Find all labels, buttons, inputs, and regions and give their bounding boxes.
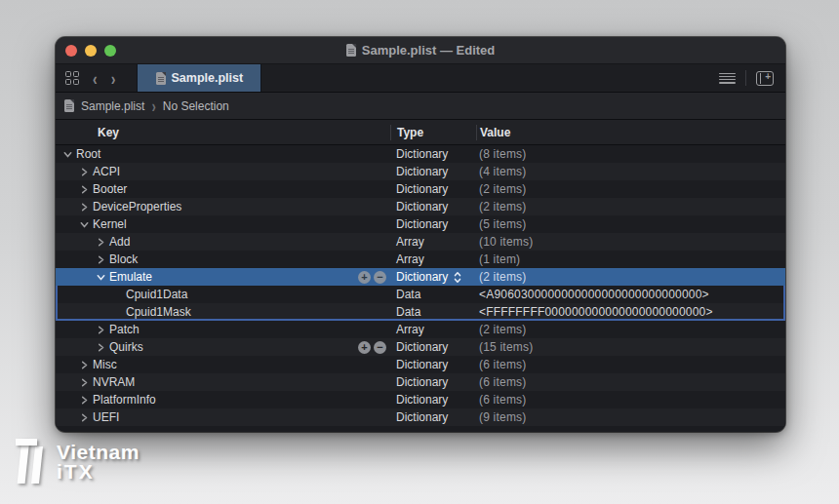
row-key-label: Kernel [93, 217, 127, 231]
watermark: Vietnam iTX [12, 437, 140, 489]
disclosure-triangle-icon[interactable] [76, 396, 93, 405]
row-value[interactable]: (6 items) [476, 356, 785, 373]
table-row-uefi[interactable]: UEFIDictionary(9 items) [56, 408, 785, 426]
disclosure-triangle-icon[interactable] [76, 378, 93, 387]
row-type-label[interactable]: Dictionary [396, 182, 448, 196]
breadcrumb-selection[interactable]: No Selection [163, 99, 229, 113]
row-value[interactable]: <FFFFFFFF000000000000000000000000> [476, 303, 783, 321]
table-row-add[interactable]: AddArray(10 items) [56, 233, 785, 251]
column-header-type[interactable]: Type [390, 125, 476, 140]
table-row-booter[interactable]: BooterDictionary(2 items) [56, 180, 785, 198]
row-key-label: DeviceProperties [93, 200, 181, 213]
table-row-nvram[interactable]: NVRAMDictionary(6 items) [56, 373, 785, 391]
row-value[interactable]: (8 items) [476, 145, 785, 163]
title-bar[interactable]: Sample.plist — Edited [56, 37, 785, 64]
table-row-deviceproperties[interactable]: DevicePropertiesDictionary(2 items) [56, 198, 785, 215]
row-key-label: Quirks [109, 340, 143, 354]
breadcrumb: Sample.plist › No Selection [56, 93, 785, 120]
row-value[interactable]: (9 items) [476, 408, 785, 426]
disclosure-triangle-icon[interactable] [93, 343, 109, 352]
remove-item-button[interactable]: − [374, 271, 386, 284]
disclosure-triangle-icon[interactable] [76, 413, 93, 422]
row-type-label[interactable]: Dictionary [396, 393, 448, 407]
type-stepper-icon[interactable] [454, 271, 461, 284]
table-row-block[interactable]: BlockArray(1 item) [56, 251, 785, 268]
row-type-label[interactable]: Array [396, 252, 424, 266]
row-value[interactable]: (15 items) [476, 338, 785, 356]
close-button[interactable] [65, 45, 77, 57]
row-value[interactable]: (5 items) [476, 215, 785, 233]
remove-item-button[interactable]: − [374, 341, 386, 354]
disclosure-triangle-icon[interactable] [93, 238, 109, 247]
row-type-label[interactable]: Dictionary [396, 270, 448, 284]
breadcrumb-file[interactable]: Sample.plist [81, 99, 144, 113]
table-row-root[interactable]: RootDictionary(8 items) [56, 145, 785, 163]
watermark-line2: iTX [57, 460, 140, 484]
row-key-label: Block [109, 252, 138, 266]
disclosure-triangle-icon[interactable] [93, 326, 109, 334]
row-value[interactable]: (2 items) [476, 198, 785, 215]
table-row-cpuid1mask[interactable]: Cpuid1MaskData<FFFFFFFF00000000000000000… [56, 303, 785, 321]
table-row-kernel[interactable]: KernelDictionary(5 items) [56, 215, 785, 233]
traffic-lights [65, 45, 116, 57]
zoom-button[interactable] [104, 45, 116, 57]
table-row-cpuid1data[interactable]: Cpuid1DataData<A906030000000000000000000… [56, 286, 785, 303]
minimize-button[interactable] [85, 45, 97, 57]
row-value[interactable]: (6 items) [476, 391, 785, 408]
row-type-label[interactable]: Dictionary [396, 165, 448, 178]
row-value[interactable]: <A9060300000000000000000000000000> [476, 286, 783, 303]
row-value[interactable]: (4 items) [476, 163, 785, 180]
disclosure-triangle-icon[interactable] [76, 168, 93, 176]
row-value[interactable]: (2 items) [476, 268, 785, 286]
row-type-label[interactable]: Dictionary [396, 410, 448, 424]
forward-icon[interactable]: › [111, 69, 116, 87]
table-row-misc[interactable]: MiscDictionary(6 items) [56, 356, 785, 373]
row-type-label[interactable]: Dictionary [396, 375, 448, 389]
add-item-button[interactable]: + [358, 271, 371, 284]
row-value[interactable]: (10 items) [476, 233, 785, 251]
table-row-quirks[interactable]: Quirks+−Dictionary(15 items) [56, 338, 785, 356]
row-value[interactable]: (2 items) [476, 180, 785, 198]
plist-table-body: RootDictionary(8 items)ACPIDictionary(4 … [56, 145, 785, 432]
document-icon [64, 99, 74, 112]
add-editor-icon[interactable] [756, 71, 774, 86]
disclosure-triangle-icon[interactable] [93, 255, 109, 264]
add-item-button[interactable]: + [358, 341, 371, 354]
document-icon [156, 72, 166, 85]
row-type-label[interactable]: Dictionary [396, 358, 448, 371]
table-row-platforminfo[interactable]: PlatformInfoDictionary(6 items) [56, 391, 785, 408]
disclosure-triangle-icon[interactable] [76, 185, 93, 194]
disclosure-triangle-icon[interactable] [76, 203, 93, 212]
table-row-acpi[interactable]: ACPIDictionary(4 items) [56, 163, 785, 180]
row-type-label[interactable]: Data [396, 288, 420, 301]
adjust-editor-options-icon[interactable] [719, 73, 736, 84]
row-key-label: ACPI [93, 165, 120, 178]
disclosure-triangle-icon[interactable] [76, 361, 93, 369]
tab-sample-plist[interactable]: Sample.plist [137, 64, 261, 92]
row-key-label: NVRAM [93, 375, 135, 389]
row-value[interactable]: (1 item) [476, 251, 785, 268]
related-items-grid-icon[interactable] [65, 71, 79, 85]
column-header-value[interactable]: Value [476, 125, 785, 140]
row-type-label[interactable]: Array [396, 323, 424, 336]
disclosure-triangle-icon[interactable] [60, 150, 76, 159]
row-key-label: Add [109, 235, 130, 249]
row-type-label[interactable]: Dictionary [396, 200, 448, 213]
column-header-key[interactable]: Key [56, 126, 390, 139]
row-type-label[interactable]: Dictionary [396, 147, 448, 161]
row-type-label[interactable]: Dictionary [396, 217, 448, 231]
plist-editor-window: Sample.plist — Edited ‹ › Sample.plist S… [56, 37, 785, 432]
table-row-patch[interactable]: PatchArray(2 items) [56, 321, 785, 338]
row-type-label[interactable]: Data [396, 305, 420, 319]
back-icon[interactable]: ‹ [93, 69, 98, 87]
row-type-label[interactable]: Dictionary [396, 340, 448, 354]
disclosure-triangle-icon[interactable] [93, 273, 109, 282]
row-value[interactable]: (6 items) [476, 373, 785, 391]
row-value[interactable]: (2 items) [476, 321, 785, 338]
breadcrumb-separator-icon: › [151, 96, 155, 115]
row-key-label: Booter [93, 182, 127, 196]
table-row-emulate[interactable]: Emulate+−Dictionary(2 items) [56, 268, 785, 286]
tab-label: Sample.plist [172, 71, 244, 85]
row-type-label[interactable]: Array [396, 235, 424, 249]
disclosure-triangle-icon[interactable] [76, 220, 93, 229]
